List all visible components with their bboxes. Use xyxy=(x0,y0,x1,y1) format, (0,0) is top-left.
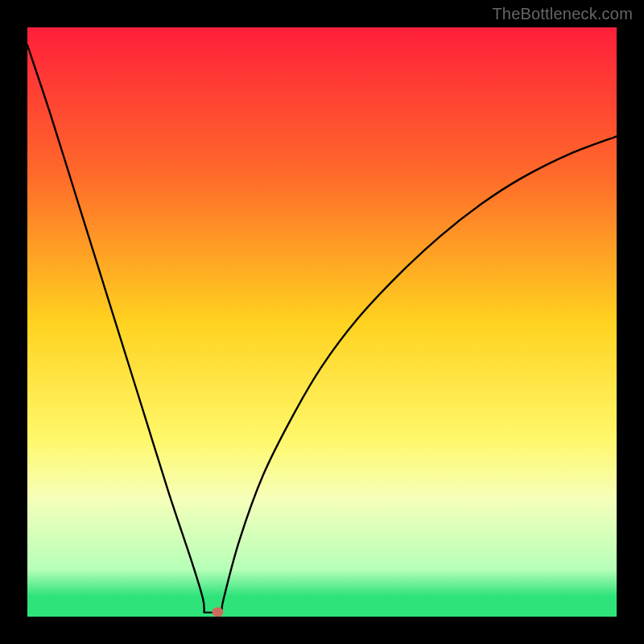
minimum-marker xyxy=(212,607,223,617)
chart-frame: TheBottleneck.com xyxy=(0,0,644,644)
plot-area xyxy=(27,27,617,617)
chart-svg xyxy=(27,27,617,617)
watermark-text: TheBottleneck.com xyxy=(492,5,633,23)
